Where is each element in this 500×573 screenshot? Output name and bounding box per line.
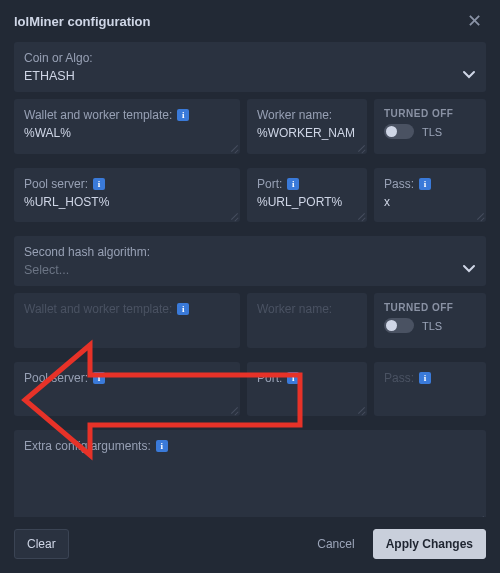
modal-content: Coin or Algo: ETHASH Wallet and worker t… [0, 42, 500, 517]
second-algo-select[interactable]: Select... [24, 263, 476, 277]
pass-panel: Pass: i [374, 168, 486, 223]
resize-handle-icon [357, 212, 365, 220]
second-algo-placeholder: Select... [24, 263, 69, 277]
wallet2-panel: Wallet and worker template: i [14, 293, 240, 348]
wallet-template-panel: Wallet and worker template: i [14, 99, 240, 154]
pool2-label: Pool server: i [24, 371, 230, 385]
tls-toggle[interactable] [384, 124, 414, 139]
tls2-toggle[interactable] [384, 318, 414, 333]
wallet2-label: Wallet and worker template: i [24, 302, 230, 316]
info-icon[interactable]: i [419, 178, 431, 190]
coin-algo-panel: Coin or Algo: ETHASH [14, 42, 486, 92]
pass2-panel: Pass: i [374, 362, 486, 417]
tls-status-label: TURNED OFF [384, 108, 476, 119]
worker-name-input[interactable] [257, 126, 357, 142]
coin-algo-label: Coin or Algo: [24, 51, 476, 65]
resize-handle-icon [357, 406, 365, 414]
clear-button[interactable]: Clear [14, 529, 69, 559]
modal-title: lolMiner configuration [14, 14, 151, 29]
resize-handle-icon [230, 212, 238, 220]
port-input[interactable] [257, 195, 357, 211]
info-icon[interactable]: i [287, 372, 299, 384]
extra-args-label: Extra config arguments: i [24, 439, 476, 453]
tls-toggle-panel: TURNED OFF TLS [374, 99, 486, 154]
tls2-panel: TURNED OFF TLS [374, 293, 486, 348]
port2-input[interactable] [257, 389, 357, 405]
tls2-toggle-text: TLS [422, 320, 442, 332]
tls2-status-label: TURNED OFF [384, 302, 476, 313]
close-icon: ✕ [467, 11, 482, 31]
info-icon[interactable]: i [156, 440, 168, 452]
chevron-down-icon [462, 263, 476, 277]
coin-algo-select[interactable]: ETHASH [24, 69, 476, 83]
pool-server-input[interactable] [24, 195, 230, 211]
wallet-template-label: Wallet and worker template: i [24, 108, 230, 122]
wallet-template-input[interactable] [24, 126, 230, 142]
pass2-label: Pass: i [384, 371, 476, 385]
info-icon[interactable]: i [419, 372, 431, 384]
pool2-panel: Pool server: i [14, 362, 240, 417]
worker2-input [257, 320, 357, 336]
worker2-panel: Worker name: [247, 293, 367, 348]
coin-algo-value: ETHASH [24, 69, 75, 83]
pass-label: Pass: i [384, 177, 476, 191]
pass-input[interactable] [384, 195, 476, 211]
resize-handle-icon [230, 406, 238, 414]
modal-header: lolMiner configuration ✕ [0, 0, 500, 42]
tls-toggle-text: TLS [422, 126, 442, 138]
resize-handle-icon [357, 144, 365, 152]
chevron-down-icon [462, 69, 476, 83]
worker-name-label: Worker name: [257, 108, 357, 122]
second-algo-panel: Second hash algorithm: Select... [14, 236, 486, 286]
port-label: Port: i [257, 177, 357, 191]
pool-server-label: Pool server: i [24, 177, 230, 191]
cancel-button[interactable]: Cancel [307, 531, 364, 557]
pool2-input[interactable] [24, 389, 230, 405]
close-button[interactable]: ✕ [463, 10, 486, 32]
resize-handle-icon [230, 144, 238, 152]
apply-button[interactable]: Apply Changes [373, 529, 486, 559]
worker-name-panel: Worker name: [247, 99, 367, 154]
resize-handle-icon [476, 515, 484, 517]
info-icon[interactable]: i [287, 178, 299, 190]
resize-handle-icon [476, 212, 484, 220]
wallet2-input [24, 320, 230, 336]
info-icon[interactable]: i [177, 303, 189, 315]
extra-args-input[interactable] [24, 457, 476, 512]
port-panel: Port: i [247, 168, 367, 223]
pool-server-panel: Pool server: i [14, 168, 240, 223]
extra-args-panel: Extra config arguments: i [14, 430, 486, 517]
port2-panel: Port: i [247, 362, 367, 417]
info-icon[interactable]: i [93, 372, 105, 384]
worker2-label: Worker name: [257, 302, 357, 316]
info-icon[interactable]: i [177, 109, 189, 121]
pass2-input [384, 389, 476, 405]
config-modal: lolMiner configuration ✕ Coin or Algo: E… [0, 0, 500, 573]
second-algo-label: Second hash algorithm: [24, 245, 476, 259]
info-icon[interactable]: i [93, 178, 105, 190]
port2-label: Port: i [257, 371, 357, 385]
modal-footer: Clear Cancel Apply Changes [0, 517, 500, 573]
